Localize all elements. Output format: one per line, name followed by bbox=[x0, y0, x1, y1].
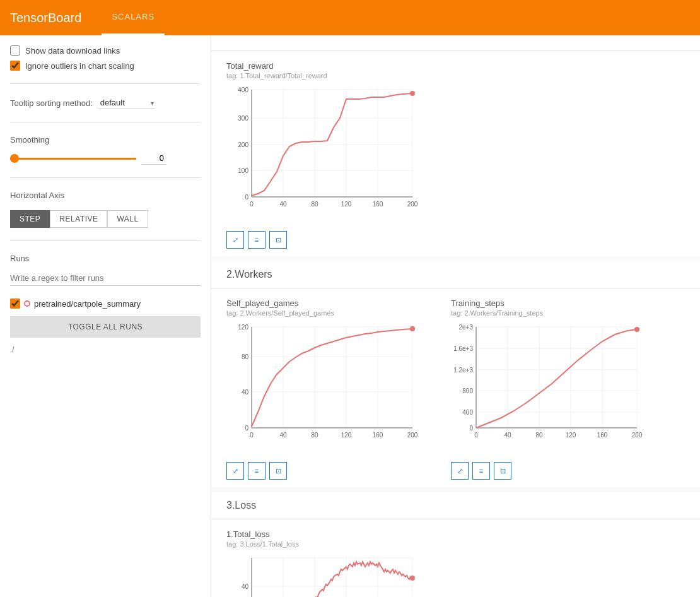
show-download-checkbox[interactable] bbox=[10, 45, 20, 56]
total-reward-charts: Total_reward tag: 1.Total_reward/Total_r… bbox=[211, 51, 700, 256]
workers-title: 2.Workers bbox=[226, 269, 272, 280]
svg-text:120: 120 bbox=[566, 432, 576, 439]
horiz-axis-section: Horizontal Axis STEP RELATIVE WALL bbox=[10, 191, 201, 228]
svg-text:400: 400 bbox=[462, 409, 473, 416]
tooltip-select[interactable]: default descending ascending nearest bbox=[98, 97, 155, 109]
workers-charts: Self_played_games tag: 2.Workers/Self_pl… bbox=[211, 288, 700, 487]
scalars-tab[interactable]: SCALARS bbox=[102, 0, 165, 35]
workers-section: 2.Workers Self_played_games tag: 2.Worke… bbox=[211, 261, 700, 487]
svg-point-74 bbox=[634, 327, 639, 332]
total-loss-title: 1.Total_loss bbox=[226, 529, 441, 539]
svg-text:1.2e+3: 1.2e+3 bbox=[453, 367, 473, 374]
wall-button[interactable]: WALL bbox=[107, 210, 148, 228]
ignore-outliers-row[interactable]: Ignore outliers in chart scaling bbox=[10, 61, 201, 71]
training-steps-tag: tag: 2.Workers/Training_steps bbox=[451, 309, 665, 317]
svg-text:0: 0 bbox=[469, 425, 473, 432]
tooltip-row: Tooltip sorting method: default descendi… bbox=[10, 97, 201, 109]
runs-label: Runs bbox=[10, 254, 201, 263]
total-reward-header bbox=[211, 35, 700, 51]
self-played-card: Self_played_games tag: 2.Workers/Self_pl… bbox=[226, 298, 441, 482]
svg-text:0: 0 bbox=[250, 432, 254, 439]
svg-text:120: 120 bbox=[341, 201, 352, 208]
app-logo: TensorBoard bbox=[10, 11, 81, 25]
svg-text:120: 120 bbox=[341, 432, 352, 439]
total-reward-title: Total_reward bbox=[226, 61, 441, 71]
loss-header: 3.Loss bbox=[211, 492, 700, 519]
run-checkbox[interactable] bbox=[10, 298, 20, 309]
svg-text:80: 80 bbox=[311, 201, 318, 208]
svg-point-98 bbox=[410, 576, 415, 581]
smoothing-input[interactable] bbox=[141, 152, 166, 165]
training-steps-svg: 2e+3 1.6e+3 1.2e+3 800 400 0 0 40 80 120… bbox=[451, 321, 665, 459]
run-name: pretrained/cartpole_summary bbox=[34, 299, 141, 309]
relative-button[interactable]: RELATIVE bbox=[50, 210, 107, 228]
main-layout: Show data download links Ignore outliers… bbox=[0, 35, 700, 597]
expand-button-2[interactable]: ⤢ bbox=[226, 462, 244, 480]
svg-text:0: 0 bbox=[245, 194, 248, 201]
svg-text:80: 80 bbox=[311, 432, 318, 439]
svg-text:100: 100 bbox=[238, 167, 248, 174]
smoothing-label: Smoothing bbox=[10, 135, 201, 145]
training-steps-toolbar: ⤢ ≡ ⊡ bbox=[451, 459, 665, 482]
fit-button-2[interactable]: ⊡ bbox=[269, 462, 287, 480]
ignore-outliers-label: Ignore outliers in chart scaling bbox=[25, 61, 134, 71]
total-loss-chart-area: 40 30 20 10 0 40 80 120 160 200 bbox=[226, 552, 441, 597]
toggle-all-button[interactable]: TOGGLE ALL RUNS bbox=[10, 316, 201, 338]
expand-button-3[interactable]: ⤢ bbox=[451, 462, 469, 480]
svg-text:300: 300 bbox=[238, 115, 248, 122]
svg-point-47 bbox=[410, 326, 415, 331]
expand-button-1[interactable]: ⤢ bbox=[226, 231, 244, 249]
show-download-label: Show data download links bbox=[25, 46, 120, 56]
data-button-2[interactable]: ≡ bbox=[248, 462, 265, 480]
data-button-3[interactable]: ≡ bbox=[472, 462, 490, 480]
svg-text:0: 0 bbox=[245, 425, 248, 432]
app-header: TensorBoard SCALARS bbox=[0, 0, 700, 35]
download-section: Show data download links Ignore outliers… bbox=[10, 45, 201, 71]
tooltip-label: Tooltip sorting method: bbox=[10, 98, 93, 108]
runs-section: Runs pretrained/cartpole_summary TOGGLE … bbox=[10, 254, 201, 354]
total-reward-card: Total_reward tag: 1.Total_reward/Total_r… bbox=[226, 61, 441, 251]
show-download-row[interactable]: Show data download links bbox=[10, 45, 201, 56]
svg-text:2e+3: 2e+3 bbox=[458, 324, 473, 331]
self-played-title: Self_played_games bbox=[226, 298, 441, 308]
workers-header: 2.Workers bbox=[211, 261, 700, 288]
total-reward-svg: 400 300 200 100 0 0 40 80 120 160 200 bbox=[226, 83, 441, 228]
svg-text:200: 200 bbox=[407, 201, 418, 208]
horiz-axis-label: Horizontal Axis bbox=[10, 191, 201, 200]
filter-input[interactable] bbox=[10, 271, 201, 286]
ignore-outliers-checkbox[interactable] bbox=[10, 61, 20, 71]
total-loss-svg: 40 30 20 10 0 40 80 120 160 200 bbox=[226, 552, 441, 597]
axis-buttons: STEP RELATIVE WALL bbox=[10, 210, 201, 228]
step-button[interactable]: STEP bbox=[10, 210, 50, 228]
svg-text:120: 120 bbox=[238, 324, 248, 331]
svg-text:200: 200 bbox=[238, 141, 248, 148]
svg-text:200: 200 bbox=[632, 432, 643, 439]
fit-button-1[interactable]: ⊡ bbox=[269, 231, 287, 249]
svg-text:160: 160 bbox=[373, 201, 383, 208]
data-button-1[interactable]: ≡ bbox=[248, 231, 265, 249]
smoothing-section: Smoothing bbox=[10, 135, 201, 165]
smoothing-row bbox=[10, 152, 201, 165]
fit-button-3[interactable]: ⊡ bbox=[494, 462, 511, 480]
svg-text:200: 200 bbox=[407, 432, 418, 439]
svg-text:800: 800 bbox=[462, 387, 473, 394]
run-color-dot bbox=[24, 300, 30, 307]
training-steps-card: Training_steps tag: 2.Workers/Training_s… bbox=[451, 298, 665, 482]
total-loss-tag: tag: 3.Loss/1.Total_loss bbox=[226, 540, 441, 548]
svg-text:1.6e+3: 1.6e+3 bbox=[453, 345, 473, 352]
total-reward-chart-area: 400 300 200 100 0 0 40 80 120 160 200 bbox=[226, 83, 441, 228]
svg-text:80: 80 bbox=[535, 432, 543, 439]
run-row: pretrained/cartpole_summary bbox=[10, 296, 201, 311]
loss-charts: 1.Total_loss tag: 3.Loss/1.Total_loss bbox=[211, 519, 700, 597]
smoothing-slider[interactable] bbox=[10, 158, 136, 160]
self-played-chart-area: 120 80 40 0 0 40 80 120 160 200 bbox=[226, 321, 441, 459]
tooltip-select-wrapper: default descending ascending nearest ▾ bbox=[98, 97, 155, 109]
self-played-svg: 120 80 40 0 0 40 80 120 160 200 bbox=[226, 321, 441, 459]
svg-point-24 bbox=[410, 91, 415, 96]
total-reward-toolbar: ⤢ ≡ ⊡ bbox=[226, 228, 441, 251]
loss-title: 3.Loss bbox=[226, 500, 256, 511]
total-reward-section: Total_reward tag: 1.Total_reward/Total_r… bbox=[211, 35, 700, 256]
divider-3 bbox=[10, 177, 201, 178]
self-played-toolbar: ⤢ ≡ ⊡ bbox=[226, 459, 441, 482]
content-area: Total_reward tag: 1.Total_reward/Total_r… bbox=[211, 35, 700, 597]
